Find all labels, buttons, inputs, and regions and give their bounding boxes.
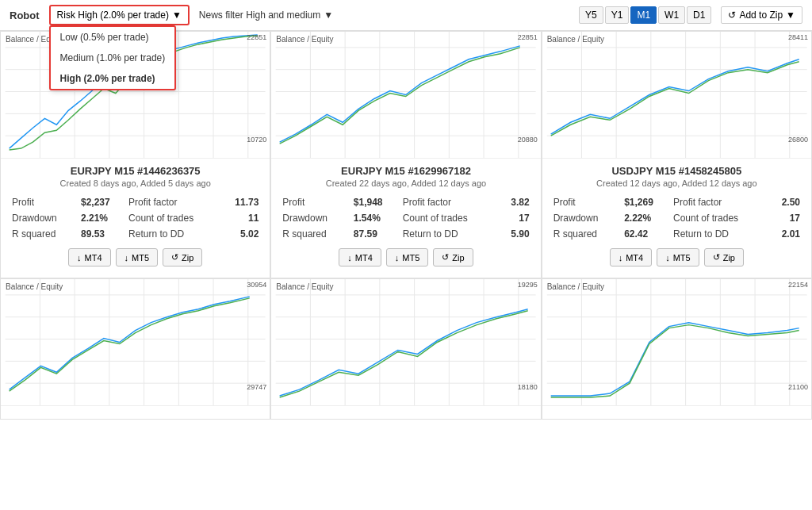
zip-icon: ↺ xyxy=(713,252,720,263)
download-zip-button[interactable]: ↺Zip xyxy=(704,248,744,267)
chart-info-5 xyxy=(542,406,811,419)
stat-label: Count of trades xyxy=(400,210,499,226)
mt5-label: MT5 xyxy=(402,253,419,263)
zip-icon: ↺ xyxy=(442,252,449,263)
risk-option-high[interactable]: High (2.0% per trade) xyxy=(51,68,175,89)
stat-label: Return to DD xyxy=(125,226,221,242)
stat-value: 2.21% xyxy=(78,210,125,226)
tf-y1[interactable]: Y1 xyxy=(605,6,630,24)
zip-icon: ↺ xyxy=(171,252,178,263)
chart-balance-equity-label-2: Balance / Equity xyxy=(547,35,604,44)
stat-value: 17 xyxy=(769,210,803,226)
chart-title-2: USDJPY M15 #1458245805 xyxy=(550,165,803,177)
add-to-zip-button[interactable]: ↺ Add to Zip ▼ xyxy=(721,6,802,24)
mt5-icon: ↓ xyxy=(124,253,129,263)
stats-table-2: Profit$1,269Profit factor2.50Drawdown2.2… xyxy=(550,194,803,242)
stat-label: Drawdown xyxy=(9,210,78,226)
y-min-2: 26800 xyxy=(788,136,808,144)
y-max-3: 30954 xyxy=(247,281,266,289)
risk-dropdown-menu: Low (0.5% per trade) Medium (1.0% per tr… xyxy=(49,25,177,90)
risk-option-low[interactable]: Low (0.5% per trade) xyxy=(51,27,175,48)
tf-y5[interactable]: Y5 xyxy=(579,6,603,24)
download-buttons-0: ↓MT4↓MT5↺Zip xyxy=(9,248,262,267)
chart-info-4 xyxy=(271,406,540,419)
download-buttons-2: ↓MT4↓MT5↺Zip xyxy=(550,248,803,267)
stats-table-0: Profit$2,237Profit factor11.73Drawdown2.… xyxy=(9,194,262,242)
stat-value: $2,237 xyxy=(78,194,125,210)
svg-rect-39 xyxy=(6,279,266,405)
y-max-4: 19295 xyxy=(518,281,538,289)
robot-label: Robot xyxy=(10,10,40,21)
mt4-label: MT4 xyxy=(85,253,102,263)
stat-value: 62.42 xyxy=(621,226,670,242)
y-min-5: 21100 xyxy=(788,383,808,391)
stat-label: R squared xyxy=(279,226,350,242)
stat-value: $1,948 xyxy=(350,194,400,210)
stat-value: 3.82 xyxy=(498,194,532,210)
y-max-2: 28411 xyxy=(788,33,808,41)
mt4-icon: ↓ xyxy=(619,253,623,263)
chart-area-2: Balance / Equity28411268002024 Jun 11202… xyxy=(542,32,811,159)
download-mt4-button[interactable]: ↓MT4 xyxy=(610,248,653,267)
svg-rect-65 xyxy=(546,279,806,405)
stat-label: Drawdown xyxy=(550,210,622,226)
download-zip-button[interactable]: ↺Zip xyxy=(163,248,202,267)
y-min-0: 10720 xyxy=(247,136,266,144)
chart-title-0: EURJPY M15 #1446236375 xyxy=(9,165,262,177)
stat-label: Profit xyxy=(9,194,78,210)
risk-caret-icon: ▼ xyxy=(172,10,182,21)
risk-option-medium[interactable]: Medium (1.0% per trade) xyxy=(51,48,175,68)
chart-balance-equity-label-3: Balance / Equity xyxy=(6,282,63,291)
stat-label: R squared xyxy=(9,226,78,242)
stats-row: R squared62.42Return to DD2.01 xyxy=(550,226,803,242)
stat-value: $1,269 xyxy=(621,194,670,210)
stats-row: Profit$1,269Profit factor2.50 xyxy=(550,194,803,210)
chart-title-1: EURJPY M15 #1629967182 xyxy=(279,165,532,177)
download-mt4-button[interactable]: ↓MT4 xyxy=(339,248,381,267)
download-zip-button[interactable]: ↺Zip xyxy=(433,248,473,267)
mt4-label: MT4 xyxy=(355,253,373,263)
tf-m1[interactable]: M1 xyxy=(630,6,657,24)
y-max-0: 22851 xyxy=(247,33,266,41)
chart-subtitle-1: Created 22 days ago, Added 12 days ago xyxy=(279,178,532,188)
chart-info-1: EURJPY M15 #1629967182Created 22 days ag… xyxy=(271,159,540,278)
chart-balance-equity-label-4: Balance / Equity xyxy=(276,282,333,291)
stat-label: Profit xyxy=(550,194,622,210)
add-zip-caret: ▼ xyxy=(786,10,795,21)
stat-value: 89.53 xyxy=(78,226,125,242)
download-mt5-button[interactable]: ↓MT5 xyxy=(116,248,159,267)
chart-subtitle-0: Created 8 days ago, Added 5 days ago xyxy=(9,178,262,188)
mt5-icon: ↓ xyxy=(665,253,670,263)
mt4-label: MT4 xyxy=(626,253,643,263)
tf-d1[interactable]: D1 xyxy=(687,6,711,24)
stat-value: 1.54% xyxy=(350,210,400,226)
chart-area-4: Balance / Equity19295181802024 Jun 11202… xyxy=(271,279,540,406)
stat-value: 2.50 xyxy=(769,194,803,210)
mt4-icon: ↓ xyxy=(77,253,82,263)
risk-dropdown-container: Risk High (2.0% per trade) ▼ Low (0.5% p… xyxy=(49,5,190,25)
stats-row: Drawdown1.54%Count of trades17 xyxy=(279,210,532,226)
chart-balance-equity-label-5: Balance / Equity xyxy=(547,282,604,291)
risk-dropdown-button[interactable]: Risk High (2.0% per trade) ▼ xyxy=(49,5,190,25)
chart-info-0: EURJPY M15 #1446236375Created 8 days ago… xyxy=(1,159,270,278)
y-min-3: 29747 xyxy=(247,383,266,391)
stats-row: R squared89.53Return to DD5.02 xyxy=(9,226,262,242)
chart-balance-equity-label-1: Balance / Equity xyxy=(276,35,333,44)
download-mt4-button[interactable]: ↓MT4 xyxy=(68,248,111,267)
download-mt5-button[interactable]: ↓MT5 xyxy=(386,248,429,267)
stat-value: 5.02 xyxy=(221,226,262,242)
mt5-label: MT5 xyxy=(673,253,691,263)
top-bar-left: Robot Risk High (2.0% per trade) ▼ Low (… xyxy=(10,5,569,25)
stat-value: 11 xyxy=(221,210,262,226)
download-mt5-button[interactable]: ↓MT5 xyxy=(657,248,699,267)
tf-w1[interactable]: W1 xyxy=(658,6,685,24)
chart-cell-1: Balance / Equity22851208802024 Jun 11202… xyxy=(270,31,541,278)
timeframe-group: Y5 Y1 M1 W1 D1 xyxy=(579,6,711,24)
top-bar: Robot Risk High (2.0% per trade) ▼ Low (… xyxy=(0,0,812,31)
stat-label: Drawdown xyxy=(279,210,350,226)
news-filter-caret-icon: ▼ xyxy=(324,10,333,21)
chart-area-1: Balance / Equity22851208802024 Jun 11202… xyxy=(271,32,540,159)
stat-label: Profit factor xyxy=(670,194,769,210)
news-filter-button[interactable]: News filter High and medium ▼ xyxy=(199,10,333,21)
stats-row: Drawdown2.22%Count of trades17 xyxy=(550,210,803,226)
